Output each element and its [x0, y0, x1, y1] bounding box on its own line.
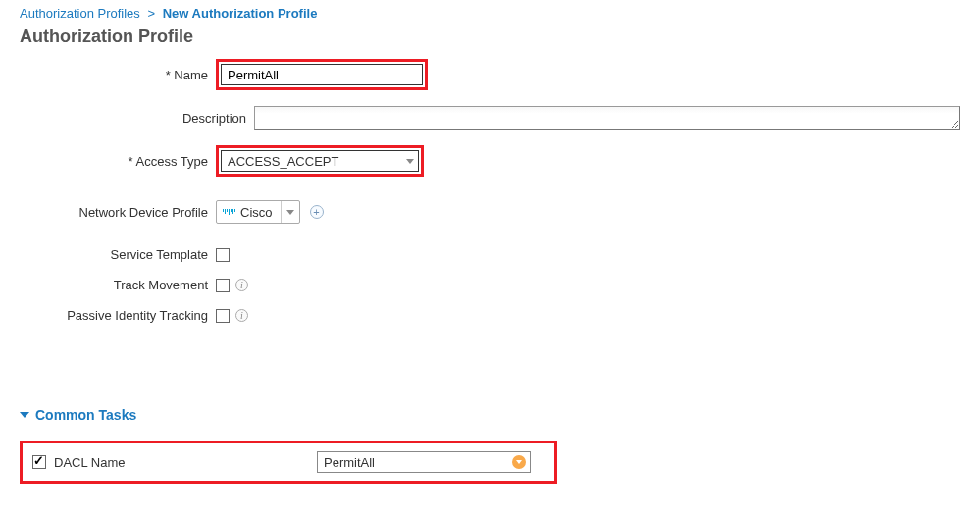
name-highlight-box: [216, 59, 428, 90]
chevron-down-icon: [286, 210, 294, 215]
track-movement-label: Track Movement: [20, 278, 216, 292]
access-type-label: Access Type: [20, 154, 216, 169]
passive-identity-checkbox[interactable]: [216, 309, 230, 323]
add-ndp-button[interactable]: +: [310, 205, 324, 219]
chevron-down-icon: [406, 159, 414, 164]
ndp-dropdown-button[interactable]: [282, 210, 299, 215]
dacl-name-label: DACL Name: [54, 455, 125, 470]
access-type-value: ACCESS_ACCEPT: [228, 154, 398, 169]
chevron-down-icon: [20, 412, 29, 418]
ndp-value: Cisco: [240, 205, 273, 220]
access-type-select[interactable]: ACCESS_ACCEPT: [221, 150, 419, 172]
dacl-name-checkbox[interactable]: [32, 455, 46, 469]
service-template-label: Service Template: [20, 247, 216, 262]
common-tasks-section-toggle[interactable]: Common Tasks: [20, 407, 960, 423]
description-input[interactable]: [254, 106, 960, 130]
name-input[interactable]: [221, 64, 423, 85]
cisco-logo-icon: [223, 209, 235, 216]
dacl-highlight-box: DACL Name PermitAll: [20, 441, 557, 484]
breadcrumb-separator: >: [143, 6, 159, 21]
ndp-select[interactable]: Cisco: [216, 200, 300, 224]
breadcrumb-current: New Authorization Profile: [163, 6, 318, 21]
info-icon[interactable]: i: [235, 309, 248, 322]
page-title: Authorization Profile: [20, 26, 960, 47]
name-label: Name: [20, 68, 216, 82]
passive-identity-label: Passive Identity Tracking: [20, 308, 216, 323]
common-tasks-title: Common Tasks: [35, 407, 136, 423]
dropdown-arrow-icon: [512, 455, 526, 469]
description-label: Description: [20, 111, 254, 126]
breadcrumb: Authorization Profiles > New Authorizati…: [20, 6, 960, 21]
dacl-name-select[interactable]: PermitAll: [317, 451, 531, 473]
access-type-highlight-box: ACCESS_ACCEPT: [216, 145, 424, 177]
breadcrumb-parent-link[interactable]: Authorization Profiles: [20, 6, 140, 21]
info-icon[interactable]: i: [235, 279, 248, 291]
ndp-label: Network Device Profile: [20, 205, 216, 220]
dacl-name-value: PermitAll: [324, 455, 375, 470]
service-template-checkbox[interactable]: [216, 248, 230, 262]
track-movement-checkbox[interactable]: [216, 279, 230, 292]
